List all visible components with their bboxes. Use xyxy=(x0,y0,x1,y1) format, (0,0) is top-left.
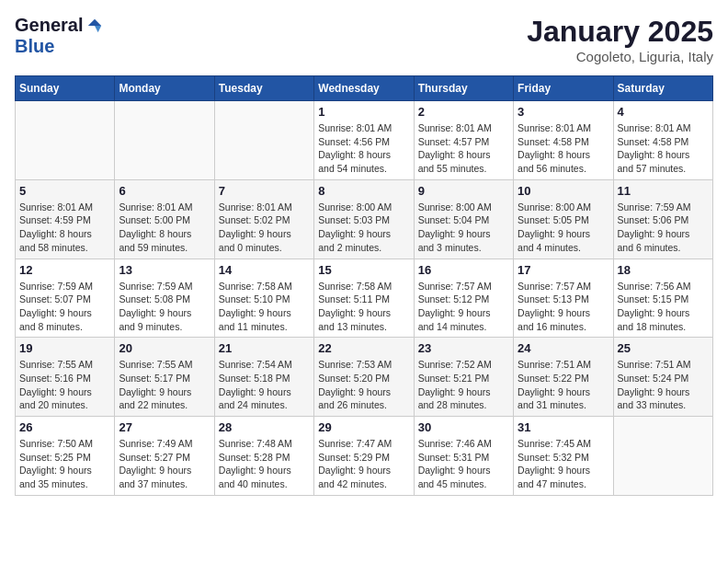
day-number: 3 xyxy=(518,105,609,119)
calendar-week-2: 5Sunrise: 8:01 AMSunset: 4:59 PMDaylight… xyxy=(16,179,713,259)
day-number: 8 xyxy=(318,184,409,198)
calendar-cell: 7Sunrise: 8:01 AMSunset: 5:02 PMDaylight… xyxy=(214,179,313,259)
day-info: Sunrise: 7:47 AMSunset: 5:29 PMDaylight:… xyxy=(318,437,409,491)
day-info: Sunrise: 7:59 AMSunset: 5:06 PMDaylight:… xyxy=(618,201,709,255)
day-info: Sunrise: 8:01 AMSunset: 4:56 PMDaylight:… xyxy=(318,121,409,176)
day-number: 14 xyxy=(219,263,310,277)
day-info: Sunrise: 8:01 AMSunset: 4:58 PMDaylight:… xyxy=(518,121,609,176)
logo-blue-text: Blue xyxy=(15,36,54,57)
month-title: January 2025 xyxy=(527,15,713,49)
day-info: Sunrise: 8:01 AMSunset: 5:02 PMDaylight:… xyxy=(219,201,310,255)
weekday-header-tuesday: Tuesday xyxy=(214,76,313,101)
calendar-cell: 16Sunrise: 7:57 AMSunset: 5:12 PMDayligh… xyxy=(414,259,513,338)
calendar-cell: 23Sunrise: 7:52 AMSunset: 5:21 PMDayligh… xyxy=(414,338,513,417)
calendar-week-4: 19Sunrise: 7:55 AMSunset: 5:16 PMDayligh… xyxy=(16,338,713,417)
weekday-header-thursday: Thursday xyxy=(414,76,513,101)
weekday-header-saturday: Saturday xyxy=(613,76,712,101)
day-number: 16 xyxy=(418,263,509,277)
calendar-cell xyxy=(214,101,313,180)
calendar-cell: 18Sunrise: 7:56 AMSunset: 5:15 PMDayligh… xyxy=(613,259,712,338)
svg-marker-0 xyxy=(88,18,101,25)
day-number: 13 xyxy=(119,263,210,277)
day-number: 28 xyxy=(219,420,310,434)
day-info: Sunrise: 7:52 AMSunset: 5:21 PMDaylight:… xyxy=(418,358,509,412)
day-info: Sunrise: 7:51 AMSunset: 5:24 PMDaylight:… xyxy=(618,358,709,412)
weekday-row: SundayMondayTuesdayWednesdayThursdayFrid… xyxy=(16,76,713,101)
calendar-header: SundayMondayTuesdayWednesdayThursdayFrid… xyxy=(16,76,713,101)
day-info: Sunrise: 7:56 AMSunset: 5:15 PMDaylight:… xyxy=(618,280,709,334)
calendar-cell: 27Sunrise: 7:49 AMSunset: 5:27 PMDayligh… xyxy=(115,417,214,496)
calendar-cell: 11Sunrise: 7:59 AMSunset: 5:06 PMDayligh… xyxy=(613,179,712,259)
calendar-cell: 28Sunrise: 7:48 AMSunset: 5:28 PMDayligh… xyxy=(214,417,313,496)
day-info: Sunrise: 7:57 AMSunset: 5:12 PMDaylight:… xyxy=(418,280,509,334)
day-info: Sunrise: 7:57 AMSunset: 5:13 PMDaylight:… xyxy=(518,280,609,334)
calendar-cell: 25Sunrise: 7:51 AMSunset: 5:24 PMDayligh… xyxy=(613,338,712,417)
day-info: Sunrise: 7:59 AMSunset: 5:08 PMDaylight:… xyxy=(119,280,210,334)
calendar-week-1: 1Sunrise: 8:01 AMSunset: 4:56 PMDaylight… xyxy=(16,101,713,180)
calendar-cell xyxy=(613,417,712,496)
day-number: 18 xyxy=(618,263,709,277)
calendar-cell xyxy=(16,101,115,180)
day-number: 27 xyxy=(119,420,210,434)
day-info: Sunrise: 8:01 AMSunset: 5:00 PMDaylight:… xyxy=(119,201,210,255)
calendar-cell: 12Sunrise: 7:59 AMSunset: 5:07 PMDayligh… xyxy=(16,259,115,338)
calendar-cell: 29Sunrise: 7:47 AMSunset: 5:29 PMDayligh… xyxy=(314,417,414,496)
day-info: Sunrise: 8:01 AMSunset: 4:59 PMDaylight:… xyxy=(19,201,110,255)
day-number: 5 xyxy=(19,184,110,198)
calendar-cell: 21Sunrise: 7:54 AMSunset: 5:18 PMDayligh… xyxy=(214,338,313,417)
location-subtitle: Cogoleto, Liguria, Italy xyxy=(527,49,713,64)
day-info: Sunrise: 8:01 AMSunset: 4:58 PMDaylight:… xyxy=(618,121,709,176)
day-number: 7 xyxy=(219,184,310,198)
day-info: Sunrise: 7:55 AMSunset: 5:16 PMDaylight:… xyxy=(19,358,110,412)
calendar-cell xyxy=(115,101,214,180)
calendar-cell: 9Sunrise: 8:00 AMSunset: 5:04 PMDaylight… xyxy=(414,179,513,259)
day-info: Sunrise: 7:51 AMSunset: 5:22 PMDaylight:… xyxy=(518,358,609,412)
day-number: 23 xyxy=(418,341,509,355)
calendar-cell: 4Sunrise: 8:01 AMSunset: 4:58 PMDaylight… xyxy=(613,101,712,180)
logo-icon xyxy=(86,17,103,34)
day-number: 10 xyxy=(518,184,609,198)
svg-marker-1 xyxy=(95,26,101,32)
calendar-cell: 15Sunrise: 7:58 AMSunset: 5:11 PMDayligh… xyxy=(314,259,414,338)
calendar-week-5: 26Sunrise: 7:50 AMSunset: 5:25 PMDayligh… xyxy=(16,417,713,496)
day-info: Sunrise: 7:54 AMSunset: 5:18 PMDaylight:… xyxy=(219,358,310,412)
day-number: 24 xyxy=(518,341,609,355)
calendar-cell: 24Sunrise: 7:51 AMSunset: 5:22 PMDayligh… xyxy=(514,338,613,417)
day-info: Sunrise: 8:00 AMSunset: 5:04 PMDaylight:… xyxy=(418,201,509,255)
calendar-cell: 22Sunrise: 7:53 AMSunset: 5:20 PMDayligh… xyxy=(314,338,414,417)
day-number: 26 xyxy=(19,420,110,434)
calendar-cell: 1Sunrise: 8:01 AMSunset: 4:56 PMDaylight… xyxy=(314,101,414,180)
calendar-cell: 19Sunrise: 7:55 AMSunset: 5:16 PMDayligh… xyxy=(16,338,115,417)
day-info: Sunrise: 7:49 AMSunset: 5:27 PMDaylight:… xyxy=(119,437,210,491)
day-number: 20 xyxy=(119,341,210,355)
calendar-cell: 14Sunrise: 7:58 AMSunset: 5:10 PMDayligh… xyxy=(214,259,313,338)
day-number: 29 xyxy=(318,420,409,434)
day-number: 22 xyxy=(318,341,409,355)
day-info: Sunrise: 8:00 AMSunset: 5:03 PMDaylight:… xyxy=(318,201,409,255)
calendar-cell: 26Sunrise: 7:50 AMSunset: 5:25 PMDayligh… xyxy=(16,417,115,496)
day-info: Sunrise: 7:50 AMSunset: 5:25 PMDaylight:… xyxy=(19,437,110,491)
day-number: 25 xyxy=(618,341,709,355)
day-info: Sunrise: 8:01 AMSunset: 4:57 PMDaylight:… xyxy=(418,121,509,176)
day-number: 19 xyxy=(19,341,110,355)
day-number: 31 xyxy=(518,420,609,434)
weekday-header-friday: Friday xyxy=(514,76,613,101)
day-number: 4 xyxy=(618,105,709,119)
day-info: Sunrise: 7:55 AMSunset: 5:17 PMDaylight:… xyxy=(119,358,210,412)
calendar-cell: 3Sunrise: 8:01 AMSunset: 4:58 PMDaylight… xyxy=(514,101,613,180)
calendar-cell: 17Sunrise: 7:57 AMSunset: 5:13 PMDayligh… xyxy=(514,259,613,338)
calendar-cell: 31Sunrise: 7:45 AMSunset: 5:32 PMDayligh… xyxy=(514,417,613,496)
day-info: Sunrise: 7:46 AMSunset: 5:31 PMDaylight:… xyxy=(418,437,509,491)
day-number: 6 xyxy=(119,184,210,198)
day-number: 2 xyxy=(418,105,509,119)
day-number: 1 xyxy=(318,105,409,119)
day-info: Sunrise: 7:53 AMSunset: 5:20 PMDaylight:… xyxy=(318,358,409,412)
calendar-cell: 5Sunrise: 8:01 AMSunset: 4:59 PMDaylight… xyxy=(16,179,115,259)
day-number: 9 xyxy=(418,184,509,198)
day-number: 17 xyxy=(518,263,609,277)
logo: General Blue xyxy=(15,15,103,57)
calendar-cell: 13Sunrise: 7:59 AMSunset: 5:08 PMDayligh… xyxy=(115,259,214,338)
weekday-header-monday: Monday xyxy=(115,76,214,101)
day-number: 11 xyxy=(618,184,709,198)
day-number: 30 xyxy=(418,420,509,434)
